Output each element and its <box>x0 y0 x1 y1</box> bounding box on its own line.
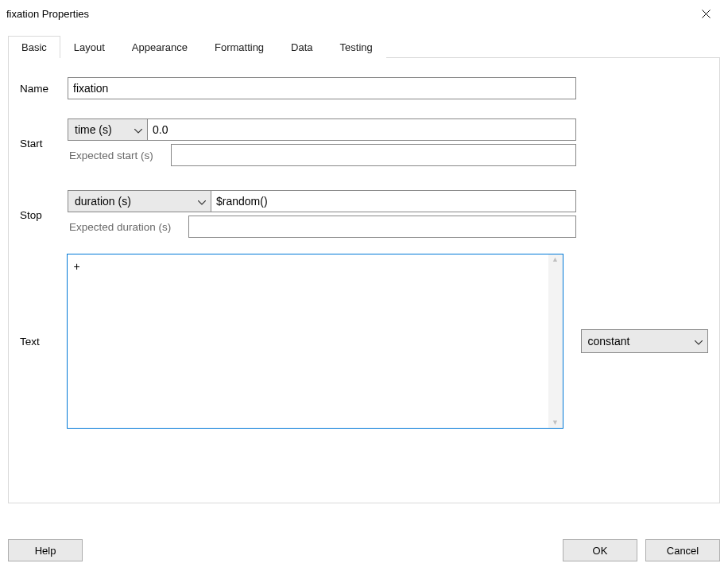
start-expected-label: Expected start (s) <box>68 144 171 166</box>
start-expected-input[interactable] <box>171 144 576 166</box>
chevron-down-icon <box>134 123 142 136</box>
tab-appearance[interactable]: Appearance <box>118 36 201 58</box>
chevron-down-icon <box>198 195 206 208</box>
text-type-value: constant <box>588 335 630 348</box>
cancel-button[interactable]: Cancel <box>645 539 720 561</box>
text-label: Text <box>20 336 67 348</box>
tab-data[interactable]: Data <box>277 36 326 58</box>
close-button[interactable] <box>688 2 723 25</box>
scroll-down-icon: ▼ <box>552 419 559 426</box>
tab-layout[interactable]: Layout <box>60 36 118 58</box>
stop-expected-label: Expected duration (s) <box>68 216 188 238</box>
tab-content-basic: Name Start time (s) Expected start (s) <box>8 58 720 503</box>
start-label: Start <box>20 118 68 150</box>
tab-basic[interactable]: Basic <box>8 36 60 58</box>
tab-testing[interactable]: Testing <box>327 36 386 58</box>
stop-expected-input[interactable] <box>188 216 576 238</box>
stop-label: Stop <box>20 190 68 221</box>
close-icon <box>702 10 711 18</box>
help-button[interactable]: Help <box>8 539 83 561</box>
window-title: fixation Properties <box>6 8 89 20</box>
tab-formatting[interactable]: Formatting <box>201 36 277 58</box>
start-type-combo[interactable]: time (s) <box>68 118 147 141</box>
text-type-combo[interactable]: constant <box>581 329 709 353</box>
chevron-down-icon <box>695 335 703 348</box>
start-value-input[interactable] <box>147 118 576 141</box>
start-type-value: time (s) <box>75 123 112 136</box>
text-textarea[interactable] <box>68 254 548 428</box>
text-field-wrap: ▲ ▼ <box>67 254 563 429</box>
scrollbar[interactable]: ▲ ▼ <box>548 254 563 428</box>
stop-value-input[interactable] <box>211 190 576 212</box>
ok-button[interactable]: OK <box>563 539 637 561</box>
name-input[interactable] <box>68 77 576 99</box>
tabstrip: Basic Layout Appearance Formatting Data … <box>8 35 720 58</box>
name-label: Name <box>20 83 68 95</box>
dialog-footer: Help OK Cancel <box>8 539 720 561</box>
scroll-up-icon: ▲ <box>552 256 559 263</box>
titlebar: fixation Properties <box>0 0 728 27</box>
stop-type-value: duration (s) <box>75 195 131 208</box>
stop-type-combo[interactable]: duration (s) <box>68 190 211 212</box>
